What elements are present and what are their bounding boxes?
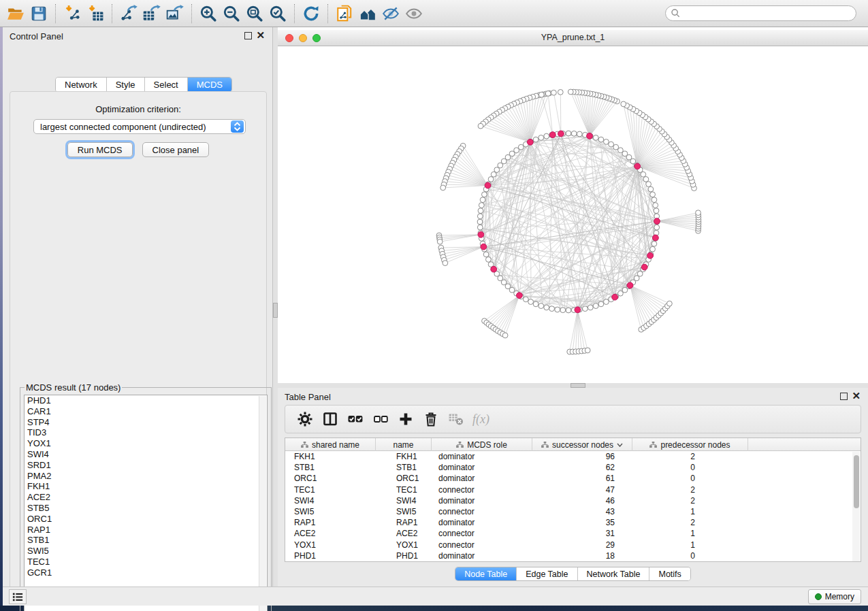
delete-button[interactable] xyxy=(419,408,442,431)
table-scrollbar[interactable] xyxy=(852,452,860,561)
mcds-result-item[interactable]: TEC1 xyxy=(25,557,267,567)
ui-settings-menu-button[interactable] xyxy=(9,589,27,604)
mcds-result-item[interactable]: YOX1 xyxy=(25,438,267,449)
tab-network-table[interactable]: Network Table xyxy=(578,567,650,580)
network-graph-canvas[interactable] xyxy=(278,46,868,383)
network-window-titlebar[interactable]: YPA_prune.txt_1 xyxy=(278,30,868,46)
table-row[interactable]: STB1STB1dominator620 xyxy=(285,462,861,473)
cell-shared_name: PHD1 xyxy=(285,550,376,561)
columns-button[interactable] xyxy=(319,408,341,431)
control-panel-tabs: NetworkStyleSelectMCDS xyxy=(56,78,231,92)
mcds-result-item[interactable]: FKH1 xyxy=(25,481,267,492)
toolbar-separator xyxy=(55,4,56,23)
table-row[interactable]: RAP1RAP1dominator352 xyxy=(285,517,861,528)
export-image-button[interactable] xyxy=(163,3,187,24)
columns-icon xyxy=(322,411,338,427)
import-table-button[interactable] xyxy=(84,3,107,24)
mcds-result-item[interactable]: PMA2 xyxy=(25,471,267,482)
search-box[interactable] xyxy=(665,5,856,21)
cell-successor_nodes: 18 xyxy=(532,550,632,561)
table-row[interactable]: ORC1ORC1dominator610 xyxy=(285,473,861,484)
cell-predecessor_nodes: 2 xyxy=(632,517,748,528)
vertical-splitter[interactable] xyxy=(273,27,278,587)
show-all-button[interactable] xyxy=(402,3,425,24)
table-row[interactable]: FKH1FKH1dominator962 xyxy=(285,451,861,462)
zoom-selected-button[interactable] xyxy=(266,3,289,24)
gear-button[interactable] xyxy=(293,408,316,431)
table-scrollbar-thumb[interactable] xyxy=(854,455,859,508)
close-panel-icon[interactable]: ✕ xyxy=(852,391,861,401)
unselect-all-button[interactable] xyxy=(369,408,391,431)
table-row[interactable]: YOX1YOX1connector291 xyxy=(285,540,861,550)
mcds-result-list[interactable]: PHD1CAR1STP4TID3YOX1SWI4SRD1PMA2FKH1ACE2… xyxy=(24,395,268,611)
table-panel-tabs: Node TableEdge TableNetwork TableMotifs xyxy=(278,567,868,580)
refresh-button[interactable] xyxy=(300,3,323,24)
column-header-shared-name[interactable]: shared name xyxy=(285,438,376,451)
table-row[interactable]: SWI4SWI4dominator462 xyxy=(285,495,861,506)
search-input[interactable] xyxy=(681,7,856,20)
cell-successor_nodes: 43 xyxy=(532,506,632,517)
zoom-out-button[interactable] xyxy=(220,3,243,24)
tab-network[interactable]: Network xyxy=(56,78,107,92)
cell-mcds_role: dominator xyxy=(432,517,532,528)
hide-selected-button[interactable] xyxy=(379,3,402,24)
tab-select[interactable]: Select xyxy=(145,78,188,92)
horizontal-splitter-grip[interactable] xyxy=(570,383,585,388)
tab-edge-table[interactable]: Edge Table xyxy=(517,567,577,580)
column-header-successor-nodes[interactable]: successor nodes xyxy=(532,438,632,451)
select-all-button[interactable] xyxy=(344,408,366,431)
mcds-result-item[interactable]: STP4 xyxy=(25,417,267,428)
mcds-result-item[interactable]: CAR1 xyxy=(25,406,267,417)
memory-button[interactable]: Memory xyxy=(808,589,861,604)
open-folder-button[interactable] xyxy=(4,3,27,24)
export-network-button[interactable] xyxy=(117,3,140,24)
mcds-result-item[interactable]: SWI5 xyxy=(25,546,267,557)
mcds-result-item[interactable]: RAP1 xyxy=(25,525,267,535)
table-row[interactable]: ACE2ACE2connector311 xyxy=(285,528,861,539)
first-neighbors-button[interactable] xyxy=(356,3,379,24)
export-table-button[interactable] xyxy=(140,3,163,24)
mcds-result-item[interactable]: ORC1 xyxy=(25,514,267,525)
cell-name: SWI5 xyxy=(376,506,432,517)
optimization-criterion-label: Optimization criterion: xyxy=(10,104,266,114)
save-button[interactable] xyxy=(27,3,50,24)
mcds-result-item[interactable]: TID3 xyxy=(25,427,267,438)
tab-node-table[interactable]: Node Table xyxy=(455,567,517,580)
mcds-result-item[interactable]: SWI4 xyxy=(25,449,267,460)
tab-motifs[interactable]: Motifs xyxy=(649,567,690,580)
table-row[interactable]: SWI5SWI5connector431 xyxy=(285,506,861,517)
mcds-result-item[interactable]: ACE2 xyxy=(25,492,267,503)
criterion-dropdown[interactable]: largest connected component (undirected) xyxy=(33,119,246,134)
mcds-result-item[interactable]: STB1 xyxy=(25,535,267,546)
mcds-result-item[interactable]: SRD1 xyxy=(25,460,267,471)
column-header-MCDS-role[interactable]: MCDS role xyxy=(432,438,532,451)
vertical-splitter-grip[interactable] xyxy=(273,303,278,318)
zoom-in-button[interactable] xyxy=(197,3,220,24)
column-header-name[interactable]: name xyxy=(376,438,432,451)
horizontal-splitter[interactable] xyxy=(278,383,868,388)
close-panel-icon[interactable]: ✕ xyxy=(256,30,265,40)
table-row[interactable]: PHD1PHD1dominator180 xyxy=(285,550,861,561)
table-row[interactable]: TEC1TEC1connector472 xyxy=(285,484,861,495)
float-panel-icon[interactable] xyxy=(244,32,252,39)
add-button[interactable] xyxy=(394,408,417,431)
mcds-result-item[interactable]: STB5 xyxy=(25,503,267,514)
cytoscape-window: Control Panel ✕ NetworkStyleSelectMCDS O… xyxy=(0,0,868,611)
column-header-predecessor-nodes[interactable]: predecessor nodes xyxy=(632,438,748,451)
mcds-result-item[interactable]: GCR1 xyxy=(25,567,267,578)
float-panel-icon[interactable] xyxy=(840,393,848,400)
close-panel-button[interactable]: Close panel xyxy=(142,142,210,157)
cell-name: SWI4 xyxy=(376,495,432,506)
delete-table-icon xyxy=(448,411,464,427)
zoom-fit-button[interactable] xyxy=(243,3,266,24)
mcds-list-scrollbar[interactable] xyxy=(259,396,266,611)
cell-shared_name: ORC1 xyxy=(285,473,376,484)
run-mcds-button[interactable]: Run MCDS xyxy=(67,142,133,157)
share-document-button[interactable] xyxy=(333,3,356,24)
import-network-button[interactable] xyxy=(61,3,84,24)
mcds-result-item[interactable]: PHD1 xyxy=(25,395,267,406)
cell-name: ORC1 xyxy=(376,473,432,484)
table-panel-title: Table Panel xyxy=(285,392,331,402)
tab-mcds[interactable]: MCDS xyxy=(188,78,231,92)
tab-style[interactable]: Style xyxy=(107,78,145,92)
